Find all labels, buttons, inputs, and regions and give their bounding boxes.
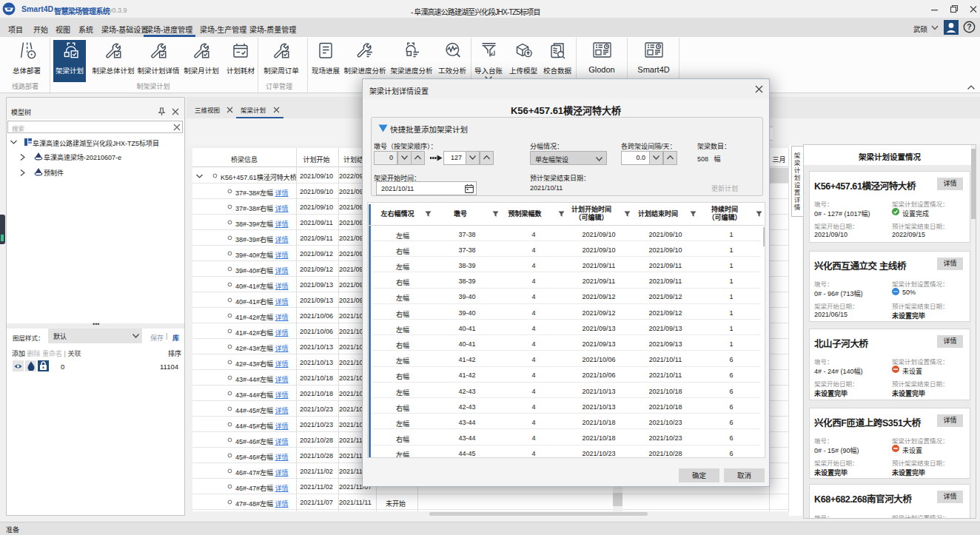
- svg-text:?: ?: [967, 22, 971, 31]
